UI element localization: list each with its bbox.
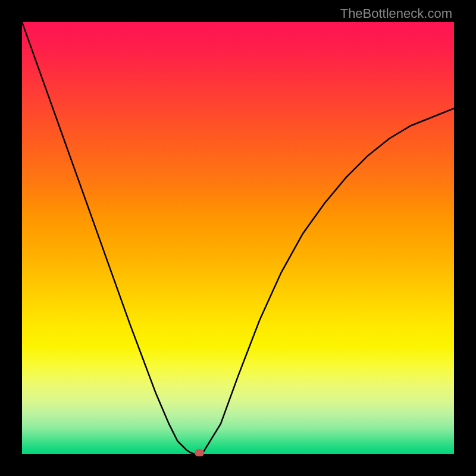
bottleneck-curve	[22, 22, 454, 454]
chart-container: TheBottleneck.com	[0, 0, 476, 476]
optimal-point-marker	[195, 449, 204, 456]
watermark-text: TheBottleneck.com	[340, 6, 452, 21]
